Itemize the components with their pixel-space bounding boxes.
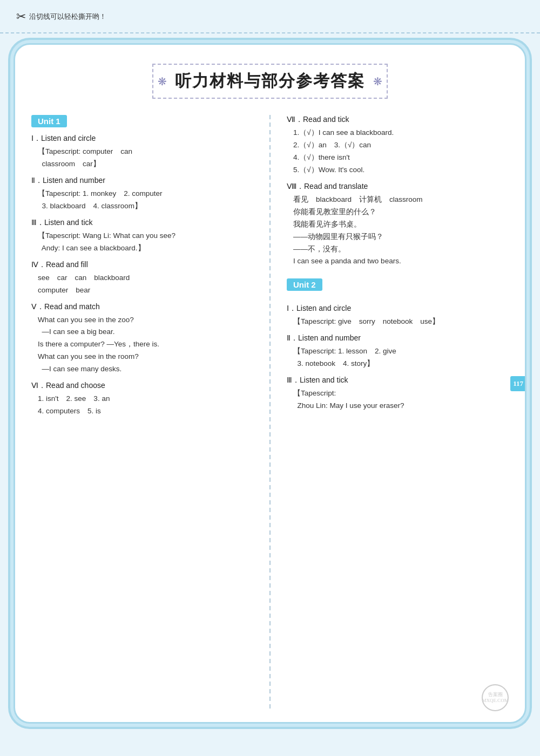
unit1-III-title: Ⅲ．Listen and tick — [31, 218, 253, 228]
dashed-line — [0, 32, 540, 33]
watermark-circle: 告案圈MXQE.COM — [482, 684, 509, 711]
page-title-area: 听力材料与部分参考答案 — [15, 45, 525, 110]
watermark: 告案圈MXQE.COM — [482, 684, 509, 711]
right-section-VIII: Ⅷ．Read and translate 看见 blackboard 计算机 c… — [287, 182, 509, 268]
unit1-VI-title: Ⅵ．Read and choose — [31, 381, 253, 391]
unit1-VI-content: 1. isn't 2. see 3. an 4. computers 5. is — [31, 393, 253, 418]
unit1-header: Unit 1 — [31, 115, 67, 127]
unit1-section-II: Ⅱ．Listen and number 【Tapescript: 1. monk… — [31, 176, 253, 213]
right-section-VII: Ⅶ．Read and tick 1.（√）I can see a blackbo… — [287, 115, 509, 176]
content-area: Unit 1 Ⅰ．Listen and circle 【Tapescript: … — [15, 110, 525, 722]
right-VIII-content: 看见 blackboard 计算机 classroom 你能看见教室里的什么？ … — [287, 194, 509, 268]
watermark-text: 告案圈MXQE.COM — [482, 692, 508, 704]
unit2-section-III: Ⅲ．Listen and tick 【Tapescript: Zhou Lin:… — [287, 376, 509, 412]
page-title: 听力材料与部分参考答案 — [175, 72, 365, 90]
unit1-V-content: What can you see in the zoo? —I can see … — [31, 314, 253, 376]
unit1-II-title: Ⅱ．Listen and number — [31, 176, 253, 186]
unit1-III-content: 【Tapescript: Wang Li: What can you see? … — [31, 230, 253, 255]
unit2-III-content: 【Tapescript: Zhou Lin: May I use your er… — [287, 387, 509, 412]
left-column: Unit 1 Ⅰ．Listen and circle 【Tapescript: … — [31, 115, 264, 711]
scissors-text: 沿切线可以轻松撕开哟！ — [29, 12, 106, 22]
right-VIII-title: Ⅷ．Read and translate — [287, 182, 509, 192]
unit1-IV-title: Ⅳ．Read and fill — [31, 260, 253, 270]
column-divider — [269, 115, 271, 711]
unit2-header: Unit 2 — [287, 278, 322, 291]
unit2-section-II: Ⅱ．Listen and number 【Tapescript: 1. less… — [287, 333, 509, 370]
unit2-II-content: 【Tapescript: 1. lesson 2. give 3. notebo… — [287, 345, 509, 370]
unit1-V-title: Ⅴ．Read and match — [31, 302, 253, 312]
unit1-section-V: Ⅴ．Read and match What can you see in the… — [31, 302, 253, 376]
unit2-section-I: Ⅰ．Listen and circle 【Tapescript: give so… — [287, 304, 509, 328]
title-box: 听力材料与部分参考答案 — [152, 64, 388, 99]
right-column: Ⅶ．Read and tick 1.（√）I can see a blackbo… — [276, 115, 509, 711]
scissors-area: ✂ 沿切线可以轻松撕开哟！ — [16, 10, 106, 24]
unit1-I-title: Ⅰ．Listen and circle — [31, 134, 253, 144]
unit2-II-title: Ⅱ．Listen and number — [287, 333, 509, 343]
unit2-III-title: Ⅲ．Listen and tick — [287, 376, 509, 385]
unit1-II-content: 【Tapescript: 1. monkey 2. computer 3. bl… — [31, 188, 253, 213]
unit1-I-content: 【Tapescript: computer can classroom car】 — [31, 146, 253, 171]
right-VII-content: 1.（√）I can see a blackboard. 2.（√）an 3.（… — [287, 127, 509, 176]
unit1-section-VI: Ⅵ．Read and choose 1. isn't 2. see 3. an … — [31, 381, 253, 418]
unit1-section-I: Ⅰ．Listen and circle 【Tapescript: compute… — [31, 134, 253, 171]
unit2-I-title: Ⅰ．Listen and circle — [287, 304, 509, 314]
unit2-I-content: 【Tapescript: give sorry notebook use】 — [287, 316, 509, 328]
unit1-section-IV: Ⅳ．Read and fill see car can blackboard c… — [31, 260, 253, 297]
unit1-IV-content: see car can blackboard computer bear — [31, 272, 253, 297]
unit1-section-III: Ⅲ．Listen and tick 【Tapescript: Wang Li: … — [31, 218, 253, 255]
scissors-icon: ✂ — [16, 10, 26, 24]
main-card: 听力材料与部分参考答案 117 Unit 1 Ⅰ．Listen and circ… — [14, 43, 526, 724]
right-VII-title: Ⅶ．Read and tick — [287, 115, 509, 125]
